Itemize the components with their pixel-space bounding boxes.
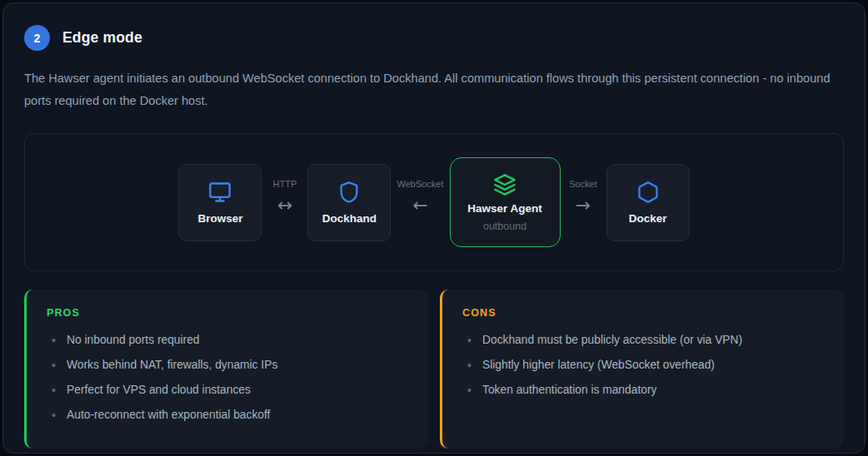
hexagon-icon <box>636 181 660 204</box>
monitor-icon <box>208 181 232 204</box>
pros-item: No inbound ports required <box>47 334 408 346</box>
diagram-node-docker: Docker <box>606 164 690 241</box>
node-label: Browser <box>197 212 242 225</box>
pros-item: Perfect for VPS and cloud instances <box>47 384 408 396</box>
shield-icon <box>337 181 361 204</box>
architecture-diagram: Browser HTTP ↔ Dockhand WebSocket ← <box>24 133 844 271</box>
diagram-node-dockhand: Dockhand <box>307 164 391 241</box>
pros-item: Works behind NAT, firewalls, dynamic IPs <box>47 359 408 371</box>
pros-item: Auto-reconnect with exponential backoff <box>47 409 408 421</box>
arrow-left-right-icon: ↔ <box>277 196 292 215</box>
diagram-node-browser: Browser <box>178 164 262 241</box>
cons-item: Dockhand must be publicly accessible (or… <box>462 334 824 346</box>
step-number: 2 <box>34 32 41 45</box>
connection-socket: Socket → <box>561 179 606 215</box>
cons-title: CONS <box>462 307 824 319</box>
layers-icon <box>493 173 516 196</box>
cons-item: Token authentication is mandatory <box>462 384 824 396</box>
diagram-flow: Browser HTTP ↔ Dockhand WebSocket ← <box>178 157 689 247</box>
node-sublabel: outbound <box>483 221 526 232</box>
node-label: Dockhand <box>322 212 377 225</box>
pros-title: PROS <box>47 307 408 319</box>
section-title: Edge mode <box>62 29 142 47</box>
connection-label: Socket <box>569 179 597 189</box>
diagram-node-hawser-agent: Hawser Agent outbound <box>450 157 561 247</box>
step-number-badge: 2 <box>24 25 50 51</box>
edge-mode-card: 2 Edge mode The Hawser agent initiates a… <box>2 2 866 454</box>
cons-list: Dockhand must be publicly accessible (or… <box>462 334 824 396</box>
cons-item: Slightly higher latency (WebSocket overh… <box>462 359 824 371</box>
connection-http: HTTP ↔ <box>262 179 307 215</box>
connection-websocket: WebSocket ← <box>391 179 449 215</box>
pros-cons-row: PROS No inbound ports required Works beh… <box>24 290 844 449</box>
connection-label: HTTP <box>273 179 297 189</box>
node-label: Hawser Agent <box>467 202 542 215</box>
node-label: Docker <box>629 212 667 225</box>
cons-panel: CONS Dockhand must be publicly accessibl… <box>440 290 844 449</box>
connection-label: WebSocket <box>397 179 443 189</box>
pros-list: No inbound ports required Works behind N… <box>47 334 408 421</box>
arrow-left-icon: ← <box>412 196 427 215</box>
section-description: The Hawser agent initiates an outbound W… <box>24 67 844 112</box>
section-header: 2 Edge mode <box>24 25 844 51</box>
pros-panel: PROS No inbound ports required Works beh… <box>24 290 428 449</box>
arrow-right-icon: → <box>576 196 591 215</box>
